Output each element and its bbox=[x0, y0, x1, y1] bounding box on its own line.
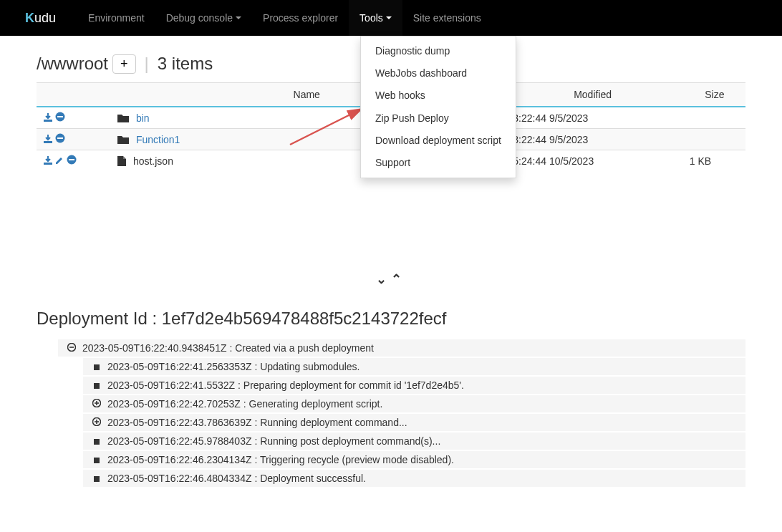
log-text: 2023-05-09T16:22:46.2304134Z : Triggerin… bbox=[107, 454, 454, 465]
svg-rect-17 bbox=[94, 439, 100, 445]
svg-rect-10 bbox=[94, 383, 100, 389]
log-entry[interactable]: 2023-05-09T16:22:40.9438451Z : Created v… bbox=[58, 339, 745, 357]
log-text: 2023-05-09T16:22:46.4804334Z : Deploymen… bbox=[107, 473, 366, 484]
log-plus-icon bbox=[89, 417, 105, 428]
log-square-icon bbox=[89, 379, 105, 391]
col-actions bbox=[37, 83, 112, 107]
modified-cell: 23:22:44 9/5/2023 bbox=[502, 107, 684, 129]
log-minus-icon bbox=[64, 342, 79, 354]
deployment-title: Deployment Id : 1ef7d2e4b569478488f5c214… bbox=[37, 309, 745, 329]
log-entry[interactable]: 2023-05-09T16:22:42.70253Z : Generating … bbox=[83, 395, 745, 412]
log-square-icon bbox=[89, 454, 105, 465]
log-entry: 2023-05-09T16:22:45.9788403Z : Running p… bbox=[83, 432, 745, 450]
nav-process-explorer[interactable]: Process explorer bbox=[252, 0, 349, 36]
caret-icon bbox=[236, 16, 241, 19]
svg-rect-18 bbox=[94, 458, 100, 463]
nav-environment[interactable]: Environment bbox=[77, 0, 155, 36]
menu-download-deployment-script[interactable]: Download deployment script bbox=[361, 130, 516, 152]
tools-dropdown: Diagnostic dump WebJobs dashboard Web ho… bbox=[360, 36, 516, 178]
log-entry: 2023-05-09T16:22:46.4804334Z : Deploymen… bbox=[83, 470, 745, 487]
size-cell bbox=[684, 107, 745, 129]
menu-support[interactable]: Support bbox=[361, 152, 516, 174]
navbar: Kudu Environment Debug console Process e… bbox=[0, 0, 782, 36]
log-text: 2023-05-09T16:22:45.9788403Z : Running p… bbox=[107, 435, 440, 447]
edit-icon[interactable] bbox=[55, 155, 64, 167]
svg-rect-13 bbox=[96, 401, 97, 405]
svg-rect-5 bbox=[69, 159, 74, 160]
log-text: 2023-05-09T16:22:41.2563353Z : Updating … bbox=[107, 361, 360, 372]
deployment-log: 2023-05-09T16:22:40.9438451Z : Created v… bbox=[37, 339, 745, 487]
log-text: 2023-05-09T16:22:41.5532Z : Preparing de… bbox=[107, 379, 464, 391]
brand-logo[interactable]: Kudu bbox=[11, 11, 77, 26]
current-path: /wwwroot bbox=[37, 54, 108, 74]
expand-toggle[interactable]: ⌄⌃ bbox=[37, 271, 745, 287]
folder-link[interactable]: bin bbox=[136, 112, 150, 124]
delete-icon[interactable] bbox=[55, 112, 65, 124]
log-text: 2023-05-09T16:22:43.7863639Z : Running d… bbox=[107, 417, 407, 428]
delete-icon[interactable] bbox=[55, 133, 65, 145]
svg-rect-8 bbox=[69, 347, 74, 348]
menu-diagnostic-dump[interactable]: Diagnostic dump bbox=[361, 40, 516, 62]
chevron-up-icon[interactable]: ⌃ bbox=[391, 272, 406, 286]
log-square-icon bbox=[89, 361, 105, 372]
log-square-icon bbox=[89, 473, 105, 484]
folder-icon bbox=[117, 134, 129, 145]
file-name: host.json bbox=[133, 155, 173, 167]
log-entry: 2023-05-09T16:22:46.2304134Z : Triggerin… bbox=[83, 451, 745, 468]
folder-icon bbox=[117, 112, 129, 124]
nav-site-extensions[interactable]: Site extensions bbox=[402, 0, 492, 36]
svg-rect-3 bbox=[57, 137, 63, 139]
file-icon bbox=[117, 155, 126, 167]
log-square-icon bbox=[89, 435, 105, 447]
col-size: Size bbox=[684, 83, 745, 107]
menu-web-hooks[interactable]: Web hooks bbox=[361, 84, 516, 107]
item-count: 3 items bbox=[158, 54, 213, 74]
delete-icon[interactable] bbox=[67, 155, 77, 167]
modified-cell: 23:22:44 9/5/2023 bbox=[502, 129, 684, 150]
download-icon[interactable] bbox=[44, 155, 52, 167]
log-plus-icon bbox=[89, 398, 105, 410]
log-text: 2023-05-09T16:22:42.70253Z : Generating … bbox=[107, 398, 382, 410]
menu-zip-push-deploy[interactable]: Zip Push Deploy bbox=[361, 107, 516, 130]
log-entry[interactable]: 2023-05-09T16:22:43.7863639Z : Running d… bbox=[83, 414, 745, 431]
svg-rect-16 bbox=[96, 420, 97, 424]
size-cell: 1 KB bbox=[684, 150, 745, 172]
folder-link[interactable]: Function1 bbox=[136, 134, 180, 145]
svg-rect-1 bbox=[57, 116, 63, 117]
caret-icon bbox=[386, 16, 392, 19]
col-modified: Modified bbox=[502, 83, 684, 107]
download-icon[interactable] bbox=[44, 112, 52, 124]
size-cell bbox=[684, 129, 745, 150]
log-entry: 2023-05-09T16:22:41.2563353Z : Updating … bbox=[83, 358, 745, 375]
divider: | bbox=[145, 54, 149, 74]
add-button[interactable]: + bbox=[112, 54, 136, 74]
log-text: 2023-05-09T16:22:40.9438451Z : Created v… bbox=[82, 342, 374, 354]
chevron-down-icon[interactable]: ⌄ bbox=[376, 272, 391, 286]
menu-webjobs-dashboard[interactable]: WebJobs dashboard bbox=[361, 62, 516, 84]
download-icon[interactable] bbox=[44, 134, 52, 145]
svg-rect-9 bbox=[94, 364, 100, 370]
log-entry: 2023-05-09T16:22:41.5532Z : Preparing de… bbox=[83, 377, 745, 394]
nav-debug-console[interactable]: Debug console bbox=[155, 0, 252, 36]
nav-tools[interactable]: Tools bbox=[349, 0, 402, 36]
svg-rect-19 bbox=[94, 476, 100, 482]
modified-cell: 05:24:44 10/5/2023 bbox=[502, 150, 684, 172]
